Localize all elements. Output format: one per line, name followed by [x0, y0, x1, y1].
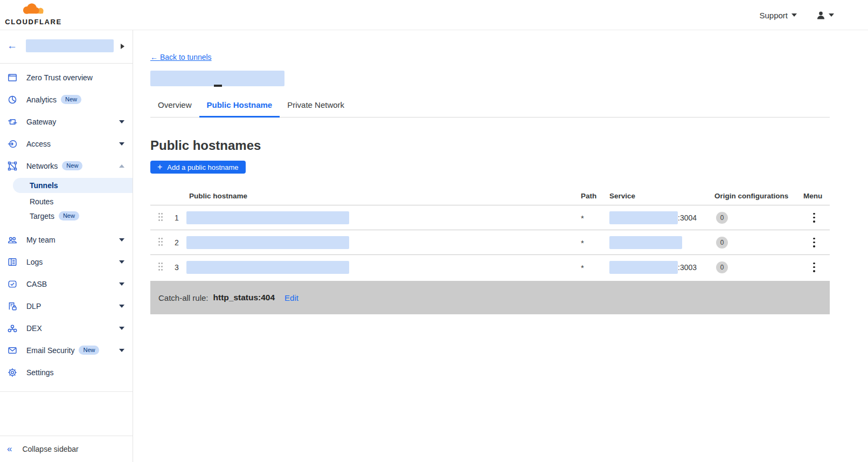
- path-value: *: [581, 213, 584, 222]
- service-redacted: [609, 261, 678, 274]
- row-number: 1: [175, 213, 179, 222]
- sidebar-item-label: CASB: [26, 280, 47, 288]
- col-header-path: Path: [581, 192, 596, 200]
- service-redacted: [609, 236, 682, 249]
- sidebar: ← Zero Trust overview Analytics New Gate…: [0, 30, 133, 462]
- back-arrow-icon[interactable]: ←: [7, 40, 17, 51]
- row-menu-kebab-icon[interactable]: [810, 238, 818, 247]
- back-link-label: Back to tunnels: [160, 53, 212, 61]
- sidebar-item-email-security[interactable]: Email Security New: [0, 339, 133, 361]
- chevron-down-icon: [119, 120, 124, 123]
- sidebar-item-label: Settings: [26, 368, 54, 377]
- row-menu-kebab-icon[interactable]: [810, 213, 818, 223]
- catch-all-value: http_status:404: [213, 293, 275, 302]
- sidebar-item-casb[interactable]: CASB: [0, 273, 133, 295]
- sidebar-item-label: Zero Trust overview: [26, 73, 93, 82]
- table-row: 3 * :3003 0: [150, 254, 830, 279]
- sidebar-nav: Zero Trust overview Analytics New Gatewa…: [0, 64, 133, 392]
- cloudflare-cloud-icon: [19, 2, 48, 17]
- sidebar-item-label: Routes: [30, 197, 53, 206]
- email-security-icon: [8, 346, 17, 355]
- col-header-service: Service: [609, 192, 635, 200]
- table-header-row: Public hostname Path Service Origin conf…: [150, 188, 830, 205]
- networks-subgroup: Tunnels Routes Targets New: [0, 178, 133, 223]
- service-port: :3004: [678, 213, 697, 222]
- catch-all-rule-bar: Catch-all rule: http_status:404 Edit: [150, 281, 830, 314]
- sidebar-item-targets[interactable]: Targets New: [0, 209, 133, 223]
- tab-public-hostname[interactable]: Public Hostname: [199, 100, 280, 118]
- tab-private-network[interactable]: Private Network: [280, 100, 352, 118]
- table-row: 1 * :3004 0: [150, 205, 830, 230]
- service-redacted: [609, 211, 678, 224]
- path-value: *: [581, 263, 584, 272]
- sidebar-item-dlp[interactable]: DLP: [0, 295, 133, 317]
- new-badge: New: [79, 346, 99, 355]
- account-name-redacted[interactable]: [26, 39, 114, 52]
- origin-count-badge: 0: [716, 261, 728, 273]
- hostnames-table: Public hostname Path Service Origin conf…: [150, 188, 830, 279]
- chevron-down-icon: [119, 238, 124, 242]
- back-arrow-icon: ←: [150, 53, 158, 61]
- analytics-pie-icon: [8, 95, 17, 105]
- new-badge: New: [61, 95, 81, 104]
- drag-handle-icon[interactable]: [158, 237, 163, 248]
- chevron-down-icon: [829, 13, 834, 17]
- expand-account-icon[interactable]: [121, 44, 124, 49]
- sidebar-item-label: Access: [26, 140, 51, 148]
- back-to-tunnels-link[interactable]: ← Back to tunnels: [150, 53, 212, 61]
- sidebar-item-gateway[interactable]: Gateway: [0, 111, 133, 133]
- sidebar-item-zero-trust-overview[interactable]: Zero Trust overview: [0, 66, 133, 88]
- drag-handle-icon[interactable]: [158, 261, 163, 273]
- drag-handle-icon[interactable]: [158, 212, 163, 223]
- tab-overview[interactable]: Overview: [150, 100, 199, 118]
- sidebar-item-tunnels[interactable]: Tunnels: [13, 178, 133, 193]
- tab-bar: Overview Public Hostname Private Network: [150, 100, 830, 118]
- sidebar-item-label: Email Security: [26, 346, 74, 355]
- sidebar-item-dex[interactable]: DEX: [0, 317, 133, 339]
- networks-mesh-icon: [8, 161, 17, 171]
- catch-all-edit-link[interactable]: Edit: [284, 293, 298, 302]
- sidebar-item-logs[interactable]: Logs: [0, 251, 133, 273]
- user-menu[interactable]: [816, 11, 834, 20]
- origin-count-badge: 0: [716, 212, 728, 224]
- new-badge: New: [62, 161, 82, 170]
- sidebar-item-access[interactable]: Access: [0, 133, 133, 155]
- sidebar-item-routes[interactable]: Routes: [0, 194, 133, 209]
- gear-icon: [8, 368, 17, 377]
- gateway-icon: [8, 117, 17, 127]
- catch-all-label: Catch-all rule:: [158, 293, 209, 302]
- cloudflare-logo: CLOUDFLARE: [4, 2, 63, 26]
- chevron-down-icon: [791, 13, 797, 17]
- chevron-down-icon: [119, 349, 124, 352]
- sidebar-item-label: Networks: [26, 162, 58, 170]
- hostname-redacted: [186, 211, 349, 224]
- path-value: *: [581, 238, 584, 247]
- casb-icon: [8, 279, 17, 289]
- col-header-public-hostname: Public hostname: [189, 192, 247, 200]
- sidebar-item-label: DEX: [26, 324, 42, 333]
- sidebar-item-settings[interactable]: Settings: [0, 361, 133, 383]
- sidebar-item-my-team[interactable]: My team: [0, 229, 133, 251]
- table-row: 2 * 0: [150, 230, 830, 254]
- row-number: 2: [175, 238, 179, 247]
- user-icon: [816, 11, 825, 20]
- cloudflare-logo-text: CLOUDFLARE: [4, 18, 63, 26]
- hostname-redacted: [186, 261, 349, 274]
- page-title: Public hostnames: [150, 138, 830, 153]
- row-menu-kebab-icon[interactable]: [810, 263, 818, 272]
- support-menu[interactable]: Support: [759, 11, 797, 20]
- sidebar-item-label: Analytics: [26, 95, 57, 104]
- sidebar-item-analytics[interactable]: Analytics New: [0, 88, 133, 111]
- chevron-down-icon: [119, 142, 124, 146]
- sidebar-item-label: Targets: [30, 212, 54, 220]
- sidebar-account-header: ←: [0, 30, 133, 64]
- collapse-sidebar-button[interactable]: « Collapse sidebar: [0, 436, 133, 462]
- sidebar-item-networks[interactable]: Networks New: [0, 155, 133, 177]
- access-icon: [8, 139, 17, 149]
- new-badge: New: [59, 211, 79, 220]
- logs-icon: [8, 257, 17, 267]
- add-button-label: Add a public hostname: [167, 163, 238, 171]
- tunnel-name-redacted: [150, 71, 284, 86]
- add-public-hostname-button[interactable]: + Add a public hostname: [150, 161, 246, 174]
- col-header-origin-configurations: Origin configurations: [714, 192, 788, 200]
